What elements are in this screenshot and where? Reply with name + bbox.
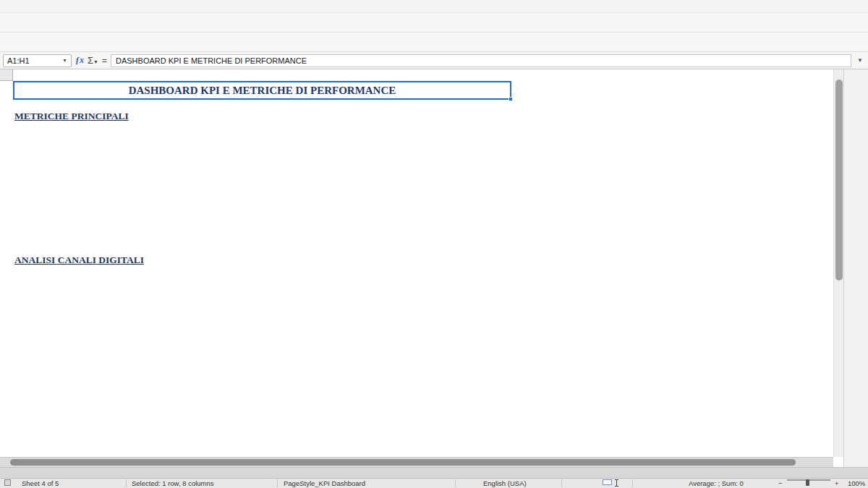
name-box[interactable]: A1:H1 ▼ bbox=[3, 54, 72, 67]
vertical-scrollbar[interactable] bbox=[833, 69, 843, 457]
function-wizard-icon[interactable]: ƒx bbox=[75, 55, 84, 66]
chevron-down-icon[interactable]: ▼ bbox=[62, 58, 67, 63]
section-title-analisi[interactable]: ANALISI CANALI DIGITALI bbox=[14, 254, 144, 266]
chart-object[interactable] bbox=[541, 122, 830, 457]
metriche-table bbox=[13, 123, 14, 124]
cell-dashboard-title[interactable]: DASHBOARD KPI E METRICHE DI PERFORMANCE bbox=[13, 81, 511, 100]
status-average-sum: Average: ; Sum: 0 bbox=[689, 479, 744, 487]
select-all-corner[interactable] bbox=[0, 69, 13, 81]
select-function-icon[interactable]: Σ▼ bbox=[88, 55, 98, 66]
sheet-canvas[interactable]: DASHBOARD KPI E METRICHE DI PERFORMANCE … bbox=[13, 81, 833, 457]
standard-toolbar bbox=[0, 13, 868, 33]
horizontal-scrollbar-thumb[interactable] bbox=[10, 459, 796, 466]
status-sheet-position: Sheet 4 of 5 bbox=[22, 479, 59, 487]
formula-equals-icon[interactable]: = bbox=[102, 56, 107, 66]
libreoffice-calc-window: A1:H1 ▼ ƒx Σ▼ = DASHBOARD KPI E METRICHE… bbox=[0, 0, 868, 488]
selection-handle[interactable] bbox=[509, 97, 513, 101]
status-selection-summary: Selected: 1 row, 8 columns bbox=[132, 479, 214, 487]
horizontal-scrollbar[interactable] bbox=[0, 457, 833, 467]
zoom-level[interactable]: 100% bbox=[848, 479, 865, 487]
canali-table bbox=[13, 267, 14, 268]
zoom-in-button[interactable]: + bbox=[835, 479, 839, 487]
spend-pie-chart bbox=[541, 307, 830, 457]
cell-reference: A1:H1 bbox=[7, 56, 30, 65]
status-page-style[interactable]: PageStyle_KPI Dashboard bbox=[284, 479, 365, 487]
section-title-metriche[interactable]: METRICHE PRINCIPALI bbox=[14, 111, 129, 122]
formatting-toolbar bbox=[0, 33, 868, 52]
formula-bar: A1:H1 ▼ ƒx Σ▼ = DASHBOARD KPI E METRICHE… bbox=[0, 52, 868, 69]
text-cursor-icon bbox=[616, 479, 617, 487]
status-language[interactable]: English (USA) bbox=[483, 479, 527, 487]
status-bar: Sheet 4 of 5 Selected: 1 row, 8 columns … bbox=[0, 478, 868, 488]
vertical-scrollbar-thumb[interactable] bbox=[835, 80, 843, 281]
trend-line-chart bbox=[541, 122, 830, 307]
insert-mode-icon bbox=[603, 479, 612, 485]
expand-formula-bar-icon[interactable]: ▼ bbox=[855, 57, 865, 64]
zoom-out-button[interactable]: − bbox=[778, 479, 783, 487]
menu-bar bbox=[0, 0, 868, 13]
formula-input[interactable]: DASHBOARD KPI E METRICHE DI PERFORMANCE bbox=[111, 54, 851, 67]
sheet-tab-bar bbox=[0, 467, 868, 478]
document-modified-icon bbox=[4, 479, 11, 486]
zoom-slider-thumb[interactable] bbox=[806, 479, 809, 486]
column-headers bbox=[13, 69, 833, 81]
sidebar-tab-strip bbox=[843, 69, 868, 467]
row-headers bbox=[0, 81, 13, 457]
